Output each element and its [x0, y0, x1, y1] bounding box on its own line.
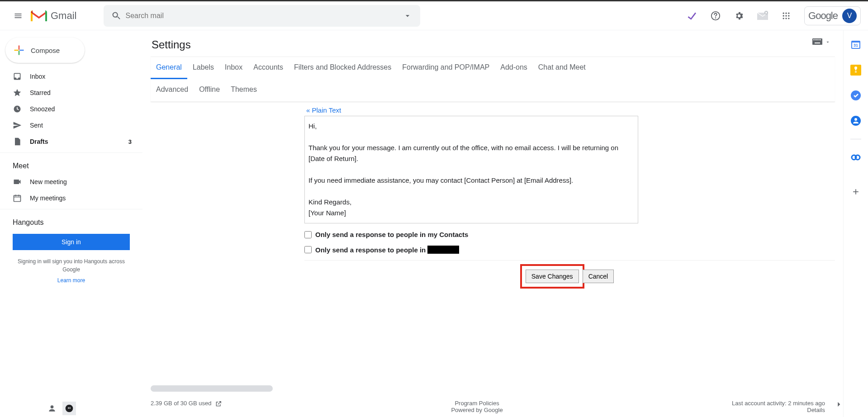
help-icon	[711, 11, 721, 21]
horizontal-scrollbar[interactable]	[151, 385, 825, 392]
input-tools[interactable]	[812, 38, 830, 46]
plus-icon	[13, 44, 25, 57]
get-addons[interactable]	[849, 185, 863, 199]
settings-content: « Plain Text Hi, Thank you for your mess…	[151, 102, 835, 283]
only-org-checkbox[interactable]	[304, 246, 312, 253]
svg-text:31: 31	[854, 43, 858, 47]
sidebar-item-starred[interactable]: Starred	[0, 85, 142, 101]
svg-point-33	[854, 118, 857, 121]
nav-label: Drafts	[30, 138, 48, 145]
svg-point-5	[783, 12, 784, 14]
only-contacts-label: Only send a response to people in my Con…	[315, 231, 468, 238]
gmail-logo[interactable]: Gmail	[31, 9, 76, 22]
compose-button[interactable]: Compose	[5, 38, 85, 63]
hangouts-chat-tab[interactable]	[62, 402, 76, 415]
inbox-icon	[13, 72, 22, 81]
scroll-thumb[interactable]	[151, 385, 273, 392]
divider	[0, 152, 142, 153]
divider	[0, 209, 142, 209]
sidebar-item-sent[interactable]: Sent	[0, 117, 142, 133]
tab-filters[interactable]: Filters and Blocked Addresses	[289, 57, 397, 79]
clock-icon	[13, 104, 22, 114]
offline-indicator	[754, 7, 772, 25]
svg-rect-15	[14, 195, 21, 201]
plain-text-link[interactable]: « Plain Text	[306, 106, 835, 114]
sidebar-item-snoozed[interactable]: Snoozed	[0, 101, 142, 117]
svg-rect-19	[813, 39, 814, 40]
main-menu-button[interactable]	[7, 5, 29, 27]
svg-point-31	[851, 90, 861, 100]
calendar-addon[interactable]: 31	[849, 38, 863, 52]
authy-addon[interactable]	[849, 150, 863, 165]
mail-offline-icon	[756, 11, 769, 21]
svg-rect-20	[815, 39, 816, 40]
redacted-org-name	[427, 246, 459, 254]
svg-point-3	[716, 18, 716, 18]
search-options-button[interactable]	[398, 11, 417, 20]
tab-offline[interactable]: Offline	[194, 79, 225, 101]
chevron-down-icon	[825, 39, 830, 45]
open-in-new-icon[interactable]	[215, 400, 222, 408]
tab-labels[interactable]: Labels	[187, 57, 219, 79]
calendar-icon	[13, 194, 22, 203]
tab-advanced[interactable]: Advanced	[151, 79, 194, 101]
svg-point-6	[785, 12, 787, 14]
tasks-addon[interactable]	[849, 88, 863, 103]
expand-side-panel[interactable]	[833, 399, 844, 410]
settings-button[interactable]	[730, 7, 748, 25]
app-name: Gmail	[51, 10, 76, 22]
learn-more-link[interactable]: Learn more	[0, 277, 142, 284]
hangouts-header: Hangouts	[0, 212, 142, 230]
support-button[interactable]	[707, 7, 725, 25]
search-input[interactable]	[125, 12, 398, 20]
svg-rect-24	[820, 39, 821, 40]
details-link[interactable]: Details	[807, 407, 825, 413]
gmail-icon	[31, 9, 47, 22]
sidebar-item-new-meeting[interactable]: New meeting	[0, 174, 142, 190]
keyboard-icon	[812, 38, 822, 46]
tab-inbox[interactable]: Inbox	[219, 57, 248, 79]
vacation-responder-body[interactable]: Hi, Thank you for your message. I am cur…	[304, 116, 638, 223]
storage-text: 2.39 GB of 30 GB used	[151, 400, 211, 407]
search-bar[interactable]	[104, 5, 420, 27]
tab-themes[interactable]: Themes	[225, 79, 262, 101]
tasks-icon[interactable]	[683, 7, 701, 25]
svg-point-16	[51, 405, 54, 408]
contacts-addon[interactable]	[849, 114, 863, 128]
account-avatar[interactable]: V	[842, 9, 857, 23]
app-header: Gmail Google V	[0, 1, 868, 30]
nav-label: New meeting	[30, 178, 67, 185]
main-content: Settings General Labels Inbox Accounts F…	[142, 30, 843, 417]
tab-addons[interactable]: Add-ons	[495, 57, 533, 79]
tab-forwarding[interactable]: Forwarding and POP/IMAP	[397, 57, 495, 79]
svg-point-13	[788, 18, 789, 19]
keep-addon[interactable]	[849, 63, 863, 77]
save-button[interactable]: Save Changes	[526, 270, 579, 283]
star-icon	[13, 88, 22, 97]
hangouts-person-tab[interactable]	[45, 402, 59, 415]
svg-point-12	[785, 18, 787, 19]
program-policies-link[interactable]: Program Policies	[455, 400, 499, 407]
svg-point-17	[66, 405, 73, 412]
apps-button[interactable]	[777, 7, 795, 25]
account-box[interactable]: Google V	[804, 6, 861, 25]
sidebar-item-drafts[interactable]: Drafts 3	[0, 133, 142, 150]
video-icon	[13, 177, 22, 186]
tab-accounts[interactable]: Accounts	[248, 57, 289, 79]
tab-chat[interactable]: Chat and Meet	[533, 57, 591, 79]
signin-button[interactable]: Sign in	[13, 234, 130, 250]
cancel-button[interactable]: Cancel	[583, 270, 614, 283]
only-contacts-checkbox[interactable]	[304, 231, 312, 238]
storage-usage: 2.39 GB of 30 GB used	[151, 400, 222, 413]
page-title: Settings	[152, 38, 835, 51]
svg-point-8	[783, 15, 784, 16]
sidebar-item-inbox[interactable]: Inbox	[0, 68, 142, 85]
apps-grid-icon	[782, 11, 791, 20]
header-actions: Google V	[683, 6, 861, 25]
search-icon[interactable]	[107, 11, 125, 21]
plus-icon	[851, 187, 860, 196]
tab-general[interactable]: General	[151, 57, 187, 79]
svg-rect-23	[819, 39, 820, 40]
only-org-row: Only send a response to people in	[304, 246, 835, 254]
sidebar-item-my-meetings[interactable]: My meetings	[0, 190, 142, 206]
